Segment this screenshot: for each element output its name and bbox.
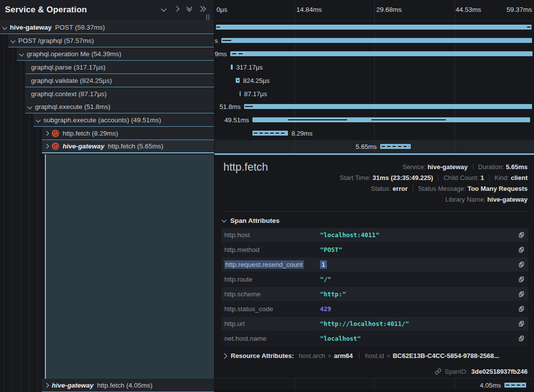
attribute-value: "http:"	[320, 290, 517, 298]
tree-row[interactable]: graphql.context (87.17µs)	[25, 87, 214, 101]
timeline-row: 57.57ms	[214, 34, 534, 47]
tree-row[interactable]: hive-gatewayhttp.fetch (4.05ms)	[42, 379, 214, 392]
span-label: graphql.validate (824.25µs)	[31, 77, 112, 84]
attribute-row[interactable]: http.method"POST"	[221, 243, 528, 257]
attribute-row[interactable]: http.host"localhost:4011"	[221, 228, 528, 242]
meta-value: hive-gateway	[427, 163, 468, 171]
tree-row[interactable]: POST /graphql (57.57ms)	[8, 34, 214, 47]
span-duration-bar[interactable]	[252, 117, 530, 122]
expand-one-icon[interactable]	[174, 6, 179, 11]
chevron-down-icon[interactable]	[19, 51, 24, 56]
meta-value: error	[392, 185, 407, 192]
child-span-dashes	[254, 133, 286, 134]
timeline-row: 54.39ms	[214, 47, 534, 61]
divider	[438, 175, 438, 181]
span-label: graphql.context (87.17µs)	[31, 90, 107, 98]
span-duration-bar[interactable]	[244, 104, 532, 109]
divider	[413, 185, 413, 192]
expand-all-icon[interactable]	[200, 7, 205, 11]
collapse-one-icon[interactable]	[161, 6, 166, 11]
attribute-key: http.url	[224, 320, 320, 327]
span-label: http.fetch (8.29ms)	[63, 130, 118, 137]
attribute-value: "localhost:4011"	[320, 231, 517, 239]
copy-icon[interactable]	[517, 261, 525, 269]
span-label: graphql.execute (51.8ms)	[35, 103, 110, 110]
span-duration-bar[interactable]	[216, 25, 532, 30]
attribute-row[interactable]: http.scheme"http:"	[221, 287, 528, 301]
attribute-value: "localhost"	[320, 335, 517, 342]
duration-label: 57.57ms	[214, 37, 218, 44]
span-duration-bar[interactable]	[230, 51, 533, 56]
span-id-row: SpanID: 3de02518937fb246	[435, 368, 528, 375]
tree-row[interactable]: graphql.validate (824.25µs)	[25, 74, 214, 87]
tree-row[interactable]: graphql.execute (51.8ms)	[25, 100, 214, 113]
span-duration-bar[interactable]	[240, 91, 241, 96]
tree-row[interactable]: graphql.parse (317.17µs)	[25, 61, 214, 74]
selected-span-highlight	[45, 154, 214, 379]
chevron-down-icon[interactable]	[2, 25, 7, 30]
attribute-row[interactable]: net.host.name"localhost"	[221, 331, 528, 346]
chevron-right-icon[interactable]	[44, 144, 49, 149]
attribute-row[interactable]: http.request.resend_count1	[221, 257, 528, 272]
pane-resize-handle[interactable]: ||	[206, 13, 210, 20]
link-icon[interactable]	[435, 368, 441, 375]
attribute-key: http.method	[224, 246, 320, 253]
tree-header: Service & Operation ||	[0, 0, 214, 21]
duration-label: 49.51ms	[224, 116, 249, 124]
bottom-strip	[214, 390, 534, 392]
child-span-marker	[222, 40, 231, 41]
copy-icon[interactable]	[517, 320, 525, 328]
span-duration-bar[interactable]	[380, 144, 411, 149]
meta-line: Library Name: hive-gateway	[340, 194, 528, 205]
span-meta: Service: hive-gatewayDuration: 5.65msSta…	[340, 162, 528, 205]
span-duration-bar[interactable]	[504, 383, 526, 388]
copy-icon[interactable]	[517, 246, 525, 254]
attribute-key: http.route	[224, 276, 320, 283]
meta-label: Library Name:	[445, 196, 487, 203]
error-icon: !	[52, 130, 59, 137]
tree-row[interactable]: !hive-gatewayhttp.fetch (5.65ms)	[42, 140, 214, 153]
tree-row[interactable]: hive-gatewayPOST (59.37ms)	[0, 21, 214, 34]
copy-icon[interactable]	[517, 305, 525, 313]
span-duration-bar[interactable]	[236, 78, 240, 83]
resource-value: BC62E13B-C4CC-5854-9788-2568...	[392, 352, 499, 359]
chevron-right-icon[interactable]	[44, 131, 49, 136]
error-icon: !	[52, 143, 59, 150]
span-attributes-header[interactable]: Span Attributes	[222, 217, 280, 224]
service-name: hive-gateway	[63, 143, 105, 150]
chevron-down-icon[interactable]	[28, 104, 33, 109]
copy-icon[interactable]	[517, 290, 525, 298]
attribute-value: 429	[320, 305, 517, 313]
resource-attributes-row[interactable]: Resource Attributes: host.arch=arm64host…	[222, 352, 528, 359]
span-label: http.fetch (5.65ms)	[108, 143, 164, 150]
timeline-row: 51.8ms	[214, 100, 534, 113]
meta-value: 31ms (23:35:49.225)	[373, 174, 433, 181]
attribute-row[interactable]: http.url"http://localhost:4011/"	[221, 317, 528, 331]
meta-line: Service: hive-gatewayDuration: 5.65ms	[340, 162, 528, 173]
duration-label: 51.8ms	[219, 103, 241, 110]
chevron-down-icon[interactable]	[36, 117, 41, 122]
collapse-all-icon[interactable]	[187, 7, 191, 11]
meta-label: Child Count:	[443, 174, 480, 181]
timeline-pane: 0µs14.84ms29.68ms44.53ms59.37ms 57.57ms5…	[214, 0, 534, 392]
duration-label: 54.39ms	[214, 50, 227, 58]
copy-icon[interactable]	[517, 335, 525, 343]
tree-row[interactable]: subgraph.execute (accounts) (49.51ms)	[34, 113, 214, 127]
chevron-down-icon[interactable]	[11, 38, 16, 43]
attribute-row[interactable]: http.status_code429	[221, 302, 528, 316]
span-label: http.fetch (4.05ms)	[97, 382, 153, 389]
span-duration-bar[interactable]	[221, 38, 532, 43]
chevron-right-icon[interactable]	[44, 383, 49, 388]
span-duration-bar[interactable]	[252, 131, 288, 136]
copy-icon[interactable]	[517, 276, 525, 284]
copy-icon[interactable]	[517, 231, 525, 239]
equals-sign: =	[387, 352, 391, 359]
divider	[359, 353, 359, 359]
span-duration-bar[interactable]	[231, 65, 233, 70]
tree-row[interactable]: !http.fetch (8.29ms)	[42, 127, 214, 140]
attribute-row[interactable]: http.route"/"	[221, 272, 528, 286]
child-span-line	[371, 119, 446, 120]
tree-row[interactable]: graphql.operation Me (54.39ms)	[17, 47, 214, 61]
trace-viewer: 0µs14.84ms29.68ms44.53ms59.37ms 57.57ms5…	[0, 0, 534, 392]
meta-value: Too Many Requests	[467, 185, 528, 192]
